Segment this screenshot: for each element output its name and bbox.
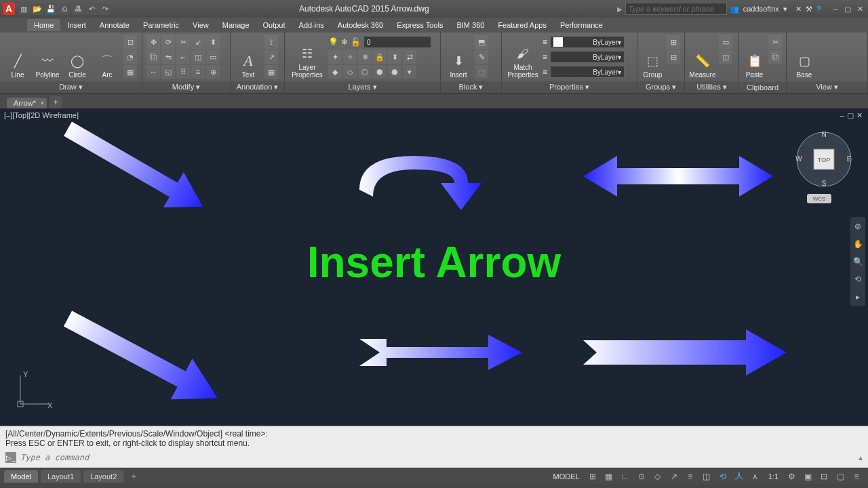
- tab-autodesk360[interactable]: Autodesk 360: [331, 19, 390, 31]
- clean-icon[interactable]: ▢: [833, 470, 848, 483]
- tab-performance[interactable]: Performance: [553, 19, 610, 31]
- insert-button[interactable]: ⬇Insert: [445, 35, 472, 79]
- tab-annotate[interactable]: Annotate: [93, 19, 136, 31]
- anno-icon[interactable]: ⋏: [748, 470, 763, 483]
- drawing-area[interactable]: [–][Top][2D Wireframe] – ▢ ✕ Insert Arro…: [0, 108, 868, 426]
- help-icon[interactable]: ?: [816, 5, 821, 13]
- lineweight-selector[interactable]: ByLayer ▾: [550, 51, 625, 63]
- isolate-icon[interactable]: ▣: [800, 470, 815, 483]
- person-icon[interactable]: 人: [732, 470, 747, 483]
- grid-icon[interactable]: ⊞: [585, 470, 600, 483]
- new-icon[interactable]: ▥: [18, 3, 30, 15]
- help-search-input[interactable]: [625, 3, 727, 15]
- circle-button[interactable]: ◯Circle: [64, 35, 91, 79]
- tab-output[interactable]: Output: [256, 19, 292, 31]
- measure-button[interactable]: 📏Measure: [689, 35, 716, 79]
- saveas-icon[interactable]: ⎙: [58, 3, 71, 15]
- arc-button[interactable]: ⌒Arc: [94, 35, 121, 79]
- lineweight-toggle-icon[interactable]: ≡: [683, 470, 698, 483]
- text-button[interactable]: AText: [235, 35, 262, 79]
- file-tab[interactable]: Arrow*×: [7, 98, 47, 108]
- status-bar: Model Layout1 Layout2 + MODEL ⊞ ▦ ∟ ⊙ ◇ …: [0, 468, 868, 484]
- polar-icon[interactable]: ⊙: [634, 470, 649, 483]
- gear-icon[interactable]: ⚙: [784, 470, 799, 483]
- showmotion-icon[interactable]: ▸: [850, 290, 865, 304]
- add-layout-icon[interactable]: +: [126, 470, 141, 483]
- tab-addins[interactable]: Add-ins: [292, 19, 331, 31]
- quick-access-toolbar: ▥ 📂 💾 ⎙ 🖶 ↶ ↷: [18, 3, 111, 15]
- orbit-icon[interactable]: ⟲: [850, 272, 865, 286]
- ortho-icon[interactable]: ∟: [618, 470, 633, 483]
- polyline-button[interactable]: 〰Polyline: [34, 35, 61, 79]
- tab-insert[interactable]: Insert: [60, 19, 93, 31]
- new-tab-button[interactable]: +: [50, 96, 62, 108]
- tab-view[interactable]: View: [186, 19, 216, 31]
- tab-featured[interactable]: Featured Apps: [491, 19, 553, 31]
- exchange-icon[interactable]: ✕: [795, 5, 802, 14]
- tab-manage[interactable]: Manage: [216, 19, 256, 31]
- steering-wheel-icon[interactable]: ⊚: [850, 220, 865, 233]
- paste-button[interactable]: 📋Paste: [743, 35, 766, 79]
- signin-icon[interactable]: 👥: [730, 5, 739, 14]
- array-icon[interactable]: ⠿: [176, 65, 190, 79]
- draw-extra-1[interactable]: ⊡: [123, 35, 137, 49]
- command-input[interactable]: [20, 453, 854, 462]
- otrack-icon[interactable]: ↗: [667, 470, 682, 483]
- draw-extra-2[interactable]: ◔: [123, 50, 137, 64]
- line-button[interactable]: ╱Line: [4, 35, 31, 79]
- cmd-menu-icon[interactable]: ▴: [859, 453, 863, 462]
- scale-icon[interactable]: ◱: [161, 65, 175, 79]
- customize-icon[interactable]: ≡: [849, 470, 864, 483]
- undo-icon[interactable]: ↶: [85, 3, 98, 15]
- layer-selector[interactable]: 0: [363, 36, 431, 48]
- print-icon[interactable]: 🖶: [72, 3, 84, 15]
- open-icon[interactable]: 📂: [31, 3, 43, 15]
- base-button[interactable]: ▢Base: [791, 35, 818, 79]
- layout1-tab[interactable]: Layout1: [41, 470, 81, 483]
- layout2-tab[interactable]: Layout2: [83, 470, 123, 483]
- zoom-icon[interactable]: 🔍: [850, 255, 865, 268]
- scale-label[interactable]: 1:1: [764, 472, 783, 481]
- layers-icon: ☷: [298, 45, 316, 62]
- model-tab[interactable]: Model: [4, 470, 38, 483]
- move-icon[interactable]: ✥: [146, 35, 160, 49]
- color-selector[interactable]: ByLayer ▾: [550, 36, 625, 48]
- transparency-icon[interactable]: ◫: [699, 470, 714, 483]
- polyline-icon: 〰: [39, 52, 56, 70]
- cloud-icon[interactable]: ⚒: [806, 5, 812, 14]
- panel-block: ⬇Insert ⬒✎⬚ Block ▾: [441, 33, 502, 93]
- app-logo-icon[interactable]: A: [3, 3, 15, 15]
- redo-icon[interactable]: ↷: [99, 3, 111, 15]
- user-label[interactable]: caddsoftnx: [743, 5, 779, 13]
- tab-parametric[interactable]: Parametric: [136, 19, 186, 31]
- draw-extra-3[interactable]: ▦: [123, 65, 137, 79]
- mirror-icon[interactable]: ⇋: [161, 50, 175, 64]
- panel-title[interactable]: Draw ▾: [0, 81, 142, 93]
- maximize-icon[interactable]: ▢: [842, 4, 853, 14]
- tab-express[interactable]: Express Tools: [390, 19, 450, 31]
- stretch-icon[interactable]: ↔: [146, 65, 160, 79]
- copy-icon[interactable]: ⿻: [146, 50, 160, 64]
- minimize-icon[interactable]: –: [830, 4, 841, 14]
- model-label[interactable]: MODEL: [549, 472, 584, 481]
- pan-icon[interactable]: ✋: [850, 237, 865, 251]
- command-line: [All/Center/Dynamic/Extents/Previous/Sca…: [0, 426, 868, 468]
- hardware-icon[interactable]: ⊡: [816, 470, 831, 483]
- paste-icon: 📋: [746, 52, 764, 70]
- close-icon[interactable]: ✕: [854, 4, 865, 14]
- save-icon[interactable]: 💾: [45, 3, 57, 15]
- snap-icon[interactable]: ▦: [601, 470, 616, 483]
- rotate-icon[interactable]: ⟳: [161, 35, 175, 49]
- tab-bim360[interactable]: BIM 360: [450, 19, 491, 31]
- close-tab-icon[interactable]: ×: [41, 100, 44, 106]
- match-properties-button[interactable]: 🖌Match Properties: [506, 35, 540, 79]
- layer-properties-button[interactable]: ☷Layer Properties: [289, 35, 326, 79]
- view-cube[interactable]: N S W E TOP WCS: [793, 129, 854, 190]
- group-button[interactable]: ⬚Group: [642, 35, 664, 79]
- trim-icon[interactable]: ✂: [176, 35, 190, 49]
- cmd-history-2: Press ESC or ENTER to exit, or right-cli…: [5, 439, 863, 448]
- linetype-selector[interactable]: ByLayer ▾: [550, 66, 625, 78]
- osnap-icon[interactable]: ◇: [650, 470, 665, 483]
- cycling-icon[interactable]: ⟲: [715, 470, 730, 483]
- tab-home[interactable]: Home: [27, 19, 60, 31]
